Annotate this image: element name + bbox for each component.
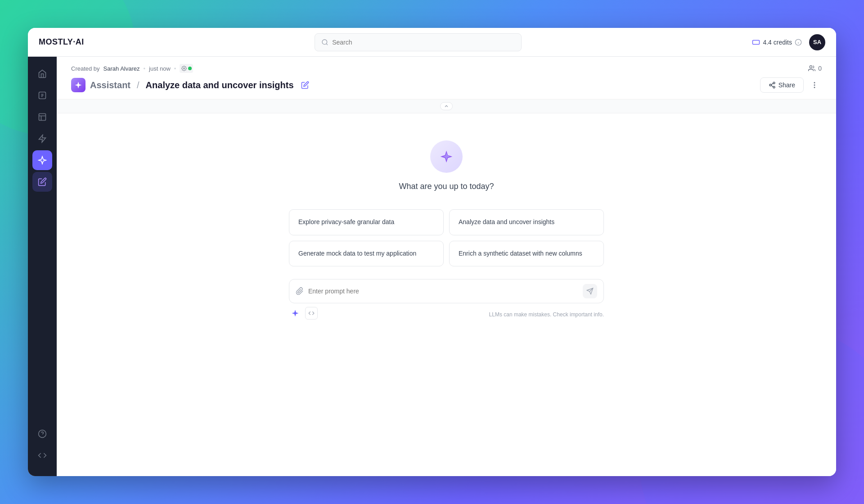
sparkle-large-icon [439, 149, 454, 164]
title-slash: / [137, 80, 140, 90]
gear-icon [181, 66, 187, 71]
share-label: Share [778, 81, 795, 89]
svg-point-16 [814, 87, 815, 88]
svg-line-12 [771, 86, 773, 87]
timestamp: just now [149, 65, 171, 72]
suggestion-text-1: Analyze data and uncover insights [459, 218, 554, 225]
page-title-right: Share [760, 77, 822, 93]
credits-badge: 4.4 credits [752, 38, 802, 46]
svg-point-7 [183, 68, 184, 69]
search-input-wrap[interactable] [315, 33, 522, 51]
compose-icon [38, 177, 47, 186]
sidebar-item-compose[interactable] [32, 172, 52, 192]
info-icon[interactable] [795, 39, 802, 46]
chat-area: What are you up to today? Explore privac… [57, 113, 836, 476]
sidebar-item-help[interactable] [32, 424, 52, 444]
assistant-sparkle-icon [38, 156, 47, 165]
breadcrumb-assistant: Assistant [90, 80, 130, 90]
main-layout: Created by Sarah Alvarez • just now • [28, 57, 836, 476]
svg-point-0 [322, 40, 327, 45]
prompt-input-wrap [289, 279, 604, 303]
collapse-button[interactable] [440, 102, 453, 110]
attach-icon[interactable] [296, 287, 304, 295]
breadcrumb-left: Created by Sarah Alvarez • just now • [71, 64, 193, 73]
sidebar-item-api[interactable] [32, 446, 52, 465]
sparkle-action-icon [291, 309, 299, 317]
search-input[interactable] [332, 39, 515, 46]
prompt-area: LLMs can make mistakes. Check important … [289, 279, 604, 320]
greeting-text: What are you up to today? [399, 182, 494, 191]
page-header: Created by Sarah Alvarez • just now • [57, 57, 836, 99]
assistant-greeting: What are you up to today? [399, 140, 494, 191]
suggestion-card-3[interactable]: Enrich a synthetic dataset with new colu… [449, 241, 604, 267]
more-vertical-icon [810, 81, 819, 89]
suggestion-card-2[interactable]: Generate mock data to test my applicatio… [289, 241, 444, 267]
status-dot [188, 67, 192, 70]
svg-line-13 [771, 83, 773, 85]
insights-icon [38, 134, 47, 143]
sidebar-item-home[interactable] [32, 64, 52, 84]
edit-title-icon[interactable] [301, 81, 309, 89]
content-area: Created by Sarah Alvarez • just now • [57, 57, 836, 476]
sparkle-icon [74, 81, 82, 89]
author-name: Sarah Alvarez [104, 65, 140, 72]
svg-point-9 [773, 82, 775, 84]
svg-point-14 [814, 82, 815, 83]
credits-amount: 4.4 credits [763, 39, 792, 46]
suggestion-grid: Explore privacy-safe granular data Analy… [289, 209, 604, 266]
suggestion-text-0: Explore privacy-safe granular data [298, 218, 394, 225]
share-icon [769, 81, 776, 89]
chevron-up-icon [444, 104, 449, 109]
svg-point-8 [810, 66, 812, 68]
send-button[interactable] [583, 284, 597, 298]
topbar-right: 4.4 credits SA [752, 34, 825, 50]
prompt-actions [289, 307, 318, 320]
created-by-label: Created by [71, 65, 100, 72]
svg-marker-5 [39, 135, 46, 143]
svg-point-10 [770, 84, 771, 86]
settings-button[interactable] [180, 64, 193, 73]
sidebar-item-insights[interactable] [32, 129, 52, 148]
svg-point-11 [773, 86, 775, 88]
send-icon [586, 288, 594, 295]
page-title-left: Assistant / Analyze data and uncover ins… [71, 78, 309, 92]
code-icon [308, 310, 315, 316]
page-title-row: Assistant / Analyze data and uncover ins… [71, 77, 822, 99]
share-button[interactable]: Share [760, 77, 804, 93]
home-icon [38, 69, 47, 78]
svg-point-15 [814, 85, 815, 86]
svg-rect-4 [39, 114, 46, 121]
prompt-footer: LLMs can make mistakes. Check important … [289, 307, 604, 320]
code-toggle-button[interactable] [305, 307, 318, 320]
sidebar-item-ai[interactable] [32, 86, 52, 105]
breadcrumb-sep2: • [174, 65, 176, 72]
sidebar-item-assistant[interactable] [32, 150, 52, 170]
breadcrumb-row: Created by Sarah Alvarez • just now • [71, 64, 822, 73]
topbar: MOSTLY·AI 4.4 credits SA [28, 28, 836, 57]
collapse-bar[interactable] [57, 99, 836, 113]
assistant-icon-wrap [71, 78, 86, 92]
breadcrumb-sep1: • [144, 65, 146, 72]
logo: MOSTLY·AI [39, 37, 84, 47]
suggestion-card-1[interactable]: Analyze data and uncover insights [449, 209, 604, 235]
app-window: MOSTLY·AI 4.4 credits SA [28, 28, 836, 476]
avatar[interactable]: SA [809, 34, 825, 50]
logo-text: MOSTLY·AI [39, 37, 84, 47]
users-icon [808, 65, 815, 72]
sidebar [28, 57, 57, 476]
ai-icon [38, 91, 47, 100]
sparkle-action-button[interactable] [289, 307, 302, 320]
suggestion-card-0[interactable]: Explore privacy-safe granular data [289, 209, 444, 235]
sidebar-item-tables[interactable] [32, 107, 52, 127]
prompt-input[interactable] [308, 288, 578, 295]
collaborators-number: 0 [818, 65, 822, 72]
credits-icon [752, 38, 760, 46]
api-icon [38, 451, 47, 460]
suggestion-text-2: Generate mock data to test my applicatio… [298, 250, 416, 257]
search-icon [321, 39, 328, 46]
more-options-button[interactable] [807, 78, 822, 92]
disclaimer-text: LLMs can make mistakes. Check important … [489, 311, 604, 318]
page-title: Analyze data and uncover insights [146, 80, 294, 90]
sidebar-bottom [32, 424, 52, 469]
tables-icon [38, 112, 47, 122]
